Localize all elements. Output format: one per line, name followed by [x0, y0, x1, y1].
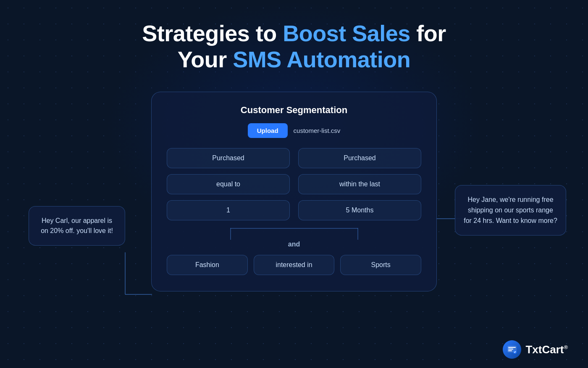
bottom-filter-row: Fashion interested in Sports: [167, 255, 421, 275]
upload-row: Upload customer-list.csv: [167, 123, 421, 138]
txtcart-icon: [503, 340, 521, 359]
filter-grid: Purchased Purchased equal to within the …: [167, 148, 421, 220]
txtcart-name: TxtCart®: [525, 343, 568, 356]
file-name: customer-list.csv: [294, 127, 341, 134]
h-connector-line: [231, 228, 358, 229]
left-bubble-text: Hey Carl, our apparel is on 20% off. you…: [41, 217, 113, 234]
card-title: Customer Segmentation: [167, 105, 421, 116]
title-your: Your: [178, 47, 233, 72]
title-part2: for: [410, 21, 446, 46]
upload-button[interactable]: Upload: [248, 123, 288, 138]
customer-segmentation-card: Customer Segmentation Upload customer-li…: [151, 92, 437, 291]
txtcart-logo: TxtCart®: [503, 340, 568, 359]
title-line2: Your SMS Automation: [0, 46, 588, 72]
filter-fashion[interactable]: Fashion: [167, 255, 248, 275]
title-section: Strategies to Boost Sales for Your SMS A…: [0, 0, 588, 81]
vline-container: [167, 228, 421, 240]
filter-equal-to[interactable]: equal to: [167, 174, 290, 194]
title-accent1: Boost Sales: [283, 21, 410, 46]
right-message-bubble: Hey Jane, we're running free shipping on…: [455, 185, 566, 236]
title-line1: Strategies to Boost Sales for: [0, 20, 588, 46]
and-text: and: [288, 241, 300, 248]
title-part1: Strategies to: [142, 21, 283, 46]
vline-left: [230, 228, 231, 240]
filter-value-5months[interactable]: 5 Months: [298, 200, 421, 220]
filter-value-1[interactable]: 1: [167, 200, 290, 220]
filter-within-last[interactable]: within the last: [298, 174, 421, 194]
vline-right: [357, 228, 358, 240]
title-accent2: SMS Automation: [233, 47, 410, 72]
filter-sports[interactable]: Sports: [340, 255, 421, 275]
left-message-bubble: Hey Carl, our apparel is on 20% off. you…: [29, 206, 125, 246]
filter-interested-in[interactable]: interested in: [254, 255, 335, 275]
and-connector: and: [167, 241, 421, 248]
filter-purchased-right[interactable]: Purchased: [298, 148, 421, 168]
page-wrapper: Strategies to Boost Sales for Your SMS A…: [0, 0, 588, 368]
filter-purchased-left[interactable]: Purchased: [167, 148, 290, 168]
right-bubble-text: Hey Jane, we're running free shipping on…: [464, 196, 557, 224]
